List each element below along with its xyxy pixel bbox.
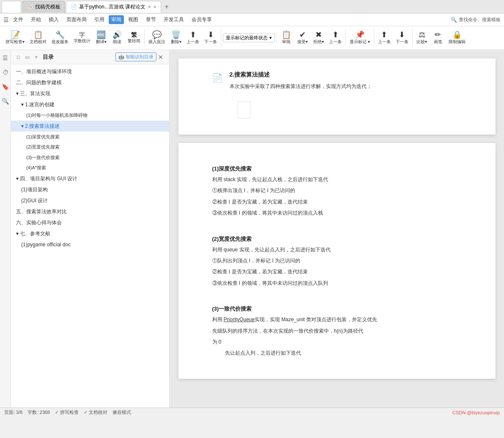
delete-comment-icon: 🗑️ [171,31,181,39]
toc-item-label-7: (1)深度优先搜索 [26,134,60,139]
menu-chapter[interactable]: 章节 [142,15,159,25]
toc-collapse-all[interactable]: ▭ [23,53,31,61]
compare-label: 比较▾ [416,39,427,45]
doc-compare-status[interactable]: ✓ 文档校对 [84,409,107,416]
toc-item-3[interactable]: ▾ 三、算法实现 [11,88,169,99]
next-item-button[interactable]: ⬇ 下一条 [394,30,411,46]
review-label: 审阅 [282,39,290,45]
toc-item-17[interactable]: (1)pygame official doc [11,239,169,250]
review-btn[interactable]: 📋 审阅 [279,30,294,46]
menu-file[interactable]: 文件 [10,15,27,25]
toolbar-accept-group: 📋 审阅 ✔ 接受▾ ✖ 拒绝▾ ⬆ 上一条 [277,29,346,47]
toc-item-12[interactable]: (1)项目架构 [11,184,169,195]
restrict-edit-icon: 🔒 [452,31,462,39]
next-comment-button[interactable]: ⬇ 下一条 [202,30,219,46]
spell-check-status[interactable]: ✓ 拼写检查 [55,409,79,416]
menu-dev-tools[interactable]: 开发工具 [160,15,187,25]
toc-item-label-10: (4)A*搜索 [26,165,46,170]
toc-item-4[interactable]: ▾ 1.迷宫的创建 [11,99,169,110]
menu-vip[interactable]: 会员专享 [188,15,215,25]
tab-document[interactable]: 📄 基于python...言游戏 课程论文 ✕ ✕ [66,1,161,13]
menu-review[interactable]: 审阅 [109,15,124,24]
dfs-heading: (1)深度优先搜索 [212,165,462,173]
toc-expand-all[interactable]: □ [15,53,22,61]
sidebar-navigation-icon[interactable]: ☰ [1,53,9,63]
wordcount-icon: 字 [79,32,85,38]
menu-insert[interactable]: 插入 [45,15,62,25]
toc-item-10[interactable]: (4)A*搜索 [11,163,169,173]
toc-item-5[interactable]: (1)对每一小格随机添加障碍物 [11,110,169,121]
sidebar-icons: ☰ ⏱ 🔖 🔍 [0,50,11,408]
tab-home[interactable]: 首页 [2,1,21,13]
tab-close-x[interactable]: ✕ [153,5,156,9]
new-tab-button[interactable]: + [162,3,171,11]
prev-comment-button[interactable]: ⬆ 上一条 [184,30,201,46]
tab-templates[interactable]: 🐚 找稿壳模板 [22,1,65,13]
toc-item-1[interactable]: 一、项目概述与编泽环境 [11,66,169,77]
pen-button[interactable]: ✏ 画笔 [430,30,446,46]
read-aloud-button[interactable]: 🔊 朗读 [110,30,125,46]
toc-item-label-15: 六、实验心得与体会 [16,220,62,226]
correction-button[interactable]: 🔧 批改服务 [49,30,71,46]
restrict-edit-button[interactable]: 🔒 限制编辑 [446,30,468,46]
next-item-icon: ⬇ [399,31,405,39]
track-status-dropdown[interactable]: 显示标记的最终状态 ▾ [223,33,275,42]
section2-heading: 2.搜索算法描述 [230,71,372,79]
toc-item-16[interactable]: ▾ 七、参考文献 [11,228,169,239]
menu-ref[interactable]: 引用 [91,15,108,25]
menu-hamburger-icon[interactable]: ☰ [3,17,9,23]
next-comment-label: 下一条 [204,39,217,45]
restrict-edit-label: 限制编辑 [449,39,466,45]
accept-button[interactable]: ✔ 接受▾ [295,30,310,46]
sidebar-search-icon[interactable]: 🔍 [0,96,10,106]
toc-item-7[interactable]: (1)深度优先搜索 [11,132,169,142]
prev-change-button[interactable]: ⬆ 上一条 [327,30,344,46]
accept-icon: ✔ [299,31,306,39]
toc-expand-icon-4: ▾ [21,102,25,107]
search-icon: 🔍 [451,17,457,23]
ai-btn-label: 智能识别目录 [126,54,153,60]
show-marks-icon: 📌 [355,31,364,39]
menu-view[interactable]: 视图 [125,15,142,25]
search-label[interactable]: 查找命令、搜索模板 [459,17,501,23]
toc-item-2[interactable]: 二、问题的数学建模 [11,77,169,88]
toc-item-14[interactable]: 五、搜索算法效率对比 [11,206,169,217]
read-aloud-icon: 🔊 [112,31,122,39]
toc-item-11[interactable]: ▾ 四、项目架构与 GUI 设计 [11,173,169,184]
toc-add[interactable]: + [33,53,39,61]
toc-item-label-13: (2)GUI 设计 [21,198,48,204]
spellcheck-button[interactable]: 📝 拼写检查▾ [3,30,27,46]
toc-item-13[interactable]: (2)GUI 设计 [11,195,169,206]
insert-comment-button[interactable]: 💬 插入批注 [146,30,167,46]
toc-item-label-12: (1)项目架构 [21,187,48,193]
show-marks-button[interactable]: 📌 显示标记 ▾ [348,30,372,46]
wordcount-button[interactable]: 字 字数统计 [71,31,93,45]
toc-expand-collapse: □ ▭ + [15,53,39,61]
menu-layout[interactable]: 页面布局 [63,15,90,25]
sidebar-bookmark-icon[interactable]: 🔖 [0,82,10,91]
correction-label: 批改服务 [52,39,68,45]
doc-compare-label: 文档校对 [30,39,47,45]
toc-close-button[interactable]: ✕ [156,53,165,61]
sidebar-history-icon[interactable]: ⏱ [1,68,10,77]
delete-comment-button[interactable]: 🗑️ 删除▾ [168,30,184,46]
toc-item-8[interactable]: (2)宽度优先搜索 [11,142,169,152]
doc-compare-button[interactable]: 📋 文档校对 [27,30,49,46]
toc-item-15[interactable]: 六、实验心得与体会 [11,217,169,228]
bfs-text-4: ③依次检查 I 的领域，将其中未访问过的顶点入队列 [212,279,462,287]
page-top-text: 2.搜索算法描述 本次实验中采取了四种搜索算法进行求解，实现方式均为迭代； [230,71,372,93]
toc-item-9[interactable]: (3)一致代价搜索 [11,152,169,163]
reject-button[interactable]: ✖ 拒绝▾ [311,30,326,46]
prev-comment-label: 上一条 [186,39,199,45]
word-count: 字数: 2368 [27,409,50,416]
tab-close-button[interactable]: ✕ [148,5,151,9]
toc-item-6[interactable]: ▾ 2.搜索算法描述 [11,121,169,132]
toolbar-comment-group: 💬 插入批注 🗑️ 删除▾ ⬆ 上一条 ⬇ 下一条 [145,29,221,47]
menu-home[interactable]: 开始 [27,15,44,25]
prev-item-button[interactable]: ⬆ 上一条 [376,30,393,46]
compare-button[interactable]: ⚖ 比较▾ [414,30,430,46]
trad-simp-button[interactable]: 繁 繁转简 [126,31,142,45]
document-area[interactable]: 📄 2.搜索算法描述 本次实验中采取了四种搜索算法进行求解，实现方式均为迭代； … [170,50,504,408]
ai-recognize-button[interactable]: 🤖 智能识别目录 [115,52,156,61]
translate-button[interactable]: 🔤 翻译▾ [93,30,109,46]
